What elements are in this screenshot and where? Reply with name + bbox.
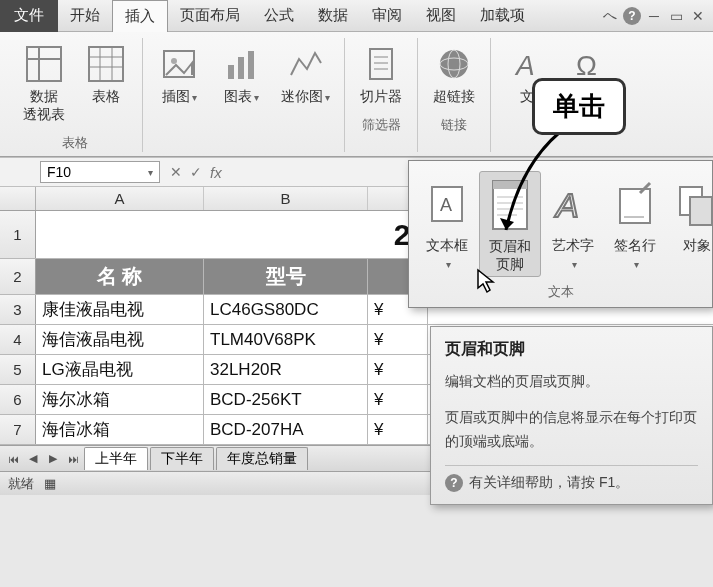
globe-icon <box>432 42 476 86</box>
textbox-label: 文本框 <box>426 237 468 253</box>
fx-icon[interactable]: fx <box>210 164 222 181</box>
column-header-b[interactable]: B <box>204 187 368 210</box>
help-icon[interactable]: ? <box>623 7 641 25</box>
cell[interactable]: 海尔冰箱 <box>36 385 204 414</box>
svg-text:Ω: Ω <box>576 50 597 81</box>
hyperlink-label: 超链接 <box>433 88 475 106</box>
hyperlink-button[interactable]: 超链接 <box>426 38 482 110</box>
illustration-label: 插图 <box>162 88 190 104</box>
object-button[interactable]: 对象 <box>667 171 713 277</box>
name-box[interactable]: F10▾ <box>40 161 160 183</box>
group-text-label: 文本 <box>417 283 704 301</box>
prev-sheet-icon[interactable]: ◀ <box>24 450 42 468</box>
tab-insert[interactable]: 插入 <box>112 0 168 32</box>
cancel-formula-icon[interactable]: ✕ <box>170 164 182 181</box>
sheet-tab[interactable]: 年度总销量 <box>216 447 308 470</box>
cell[interactable]: 32LH20R <box>204 355 368 384</box>
row-header[interactable]: 3 <box>0 295 36 324</box>
annotation-arrow-icon <box>500 126 580 246</box>
textbox-button[interactable]: A 文本框▾ <box>417 171 477 277</box>
table-label: 表格 <box>92 88 120 106</box>
chart-icon <box>219 42 263 86</box>
cell-title[interactable]: 20 <box>36 211 428 258</box>
slicer-button[interactable]: 切片器 <box>353 38 409 110</box>
collapse-ribbon-icon[interactable]: へ <box>601 7 619 25</box>
svg-rect-3 <box>89 47 123 81</box>
cell[interactable]: LG液晶电视 <box>36 355 204 384</box>
restore-icon[interactable]: ▭ <box>667 7 685 25</box>
dropdown-icon: ▾ <box>148 167 153 178</box>
close-icon[interactable]: ✕ <box>689 7 707 25</box>
pivot-table-label: 数据 透视表 <box>23 88 65 124</box>
tab-formulas[interactable]: 公式 <box>252 0 306 32</box>
tooltip-header-footer: 页眉和页脚 编辑文档的页眉或页脚。 页眉或页脚中的信息将显示在每个打印页的顶端或… <box>430 326 713 505</box>
help-icon: ? <box>445 474 463 492</box>
row-header[interactable]: 4 <box>0 325 36 354</box>
object-label: 对象 <box>683 237 711 255</box>
column-header-a[interactable]: A <box>36 187 204 210</box>
tab-view[interactable]: 视图 <box>414 0 468 32</box>
mouse-cursor-icon <box>476 268 496 294</box>
illustration-button[interactable]: 插图▾ <box>151 38 207 110</box>
row-header[interactable]: 7 <box>0 415 36 444</box>
table-icon <box>84 42 128 86</box>
tab-review[interactable]: 审阅 <box>360 0 414 32</box>
chart-button[interactable]: 图表▾ <box>213 38 269 110</box>
sheet-tab[interactable]: 下半年 <box>150 447 214 470</box>
cell[interactable]: BCD-207HA <box>204 415 368 444</box>
cell[interactable]: ¥ <box>368 385 428 414</box>
cell[interactable]: ¥ <box>368 415 428 444</box>
textbox-icon: A <box>421 173 473 235</box>
macro-icon[interactable]: ▦ <box>44 476 56 491</box>
row-header[interactable]: 5 <box>0 355 36 384</box>
pivot-table-button[interactable]: 数据 透视表 <box>16 38 72 128</box>
svg-text:A: A <box>514 50 535 81</box>
tooltip-help-text: 有关详细帮助，请按 F1。 <box>469 474 629 492</box>
sparkline-button[interactable]: 迷你图▾ <box>275 38 336 110</box>
dropdown-icon: ▾ <box>254 92 259 103</box>
tab-page-layout[interactable]: 页面布局 <box>168 0 252 32</box>
sheet-tab[interactable]: 上半年 <box>84 447 148 470</box>
chart-label: 图表 <box>224 88 252 104</box>
group-filter-label: 筛选器 <box>362 116 401 134</box>
file-tab[interactable]: 文件 <box>0 0 58 32</box>
dropdown-icon: ▾ <box>446 259 451 270</box>
cell[interactable]: 海信液晶电视 <box>36 325 204 354</box>
svg-rect-0 <box>27 47 61 81</box>
slicer-icon <box>359 42 403 86</box>
tooltip-title: 页眉和页脚 <box>445 339 698 360</box>
header-model[interactable]: 型号 <box>204 259 368 294</box>
row-header[interactable]: 2 <box>0 259 36 294</box>
group-tables-label: 表格 <box>62 134 88 152</box>
header-name[interactable]: 名 称 <box>36 259 204 294</box>
svg-text:A: A <box>440 195 452 215</box>
svg-rect-13 <box>370 49 392 79</box>
last-sheet-icon[interactable]: ⏭ <box>64 450 82 468</box>
cell[interactable]: 康佳液晶电视 <box>36 295 204 324</box>
first-sheet-icon[interactable]: ⏮ <box>4 450 22 468</box>
svg-point-17 <box>440 50 468 78</box>
cell[interactable]: LC46GS80DC <box>204 295 368 324</box>
accept-formula-icon[interactable]: ✓ <box>190 164 202 181</box>
dropdown-icon: ▾ <box>572 259 577 270</box>
cell[interactable]: 海信冰箱 <box>36 415 204 444</box>
select-all-corner[interactable] <box>0 187 36 210</box>
picture-icon <box>157 42 201 86</box>
tab-home[interactable]: 开始 <box>58 0 112 32</box>
tab-addins[interactable]: 加载项 <box>468 0 537 32</box>
cell[interactable]: BCD-256KT <box>204 385 368 414</box>
svg-rect-10 <box>228 65 234 79</box>
row-header[interactable]: 6 <box>0 385 36 414</box>
cell[interactable]: TLM40V68PK <box>204 325 368 354</box>
pivot-table-icon <box>22 42 66 86</box>
row-header[interactable]: 1 <box>0 211 36 258</box>
minimize-icon[interactable]: ─ <box>645 7 663 25</box>
svg-rect-35 <box>690 197 712 225</box>
next-sheet-icon[interactable]: ▶ <box>44 450 62 468</box>
table-button[interactable]: 表格 <box>78 38 134 128</box>
signature-icon <box>609 173 661 235</box>
tab-data[interactable]: 数据 <box>306 0 360 32</box>
signature-button[interactable]: 签名行▾ <box>605 171 665 277</box>
cell[interactable]: ¥ <box>368 325 428 354</box>
cell[interactable]: ¥ <box>368 355 428 384</box>
